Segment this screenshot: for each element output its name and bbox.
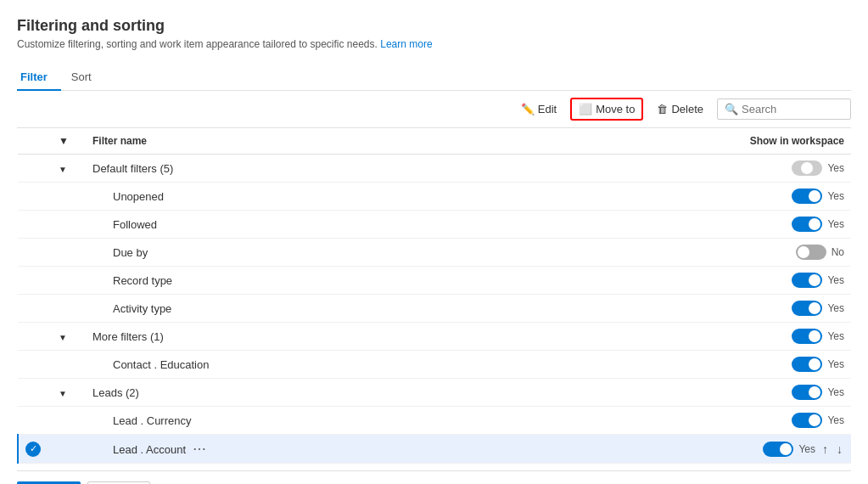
filter-table: ▼ Filter name Show in workspace ▼Default… [17,128,851,464]
edit-button[interactable]: ✏️ Edit [514,99,563,119]
col-chevron: ▼ [52,128,86,155]
row-chevron-cell [52,295,86,323]
row-chevron-cell [52,435,86,464]
more-options-button[interactable]: ⋯ [189,442,210,456]
toggle-switch[interactable] [763,442,793,457]
row-label-cell: Followed [86,211,504,239]
row-label-cell: Record type [86,267,504,295]
row-toggle-cell: Yes [504,183,851,211]
group-chevron-icon[interactable]: ▼ [59,389,67,398]
toggle-switch[interactable] [796,245,826,260]
toggle-label: No [832,246,844,258]
row-toggle-cell: Yes [504,379,851,407]
move-icon: ⬜ [579,103,592,115]
row-check-cell [18,155,52,183]
filter-table-container: ▼ Filter name Show in workspace ▼Default… [17,128,851,464]
group-chevron-icon[interactable]: ▼ [59,165,67,174]
group-chevron-icon[interactable]: ▼ [59,333,67,342]
toggle-switch[interactable] [792,189,822,204]
toggle-switch[interactable] [792,413,822,428]
toggle-label: Yes [798,443,815,455]
table-row[interactable]: ✓Lead . Account ⋯ Yes ↑ ↓ [18,435,851,464]
toggle-container: Yes [511,385,844,400]
toggle-container: Yes [511,273,844,288]
row-label-text: More filters (1) [92,330,164,343]
row-label-cell: Unopened [86,183,504,211]
footer: Publish Cancel [17,470,851,484]
table-row[interactable]: Due by No [18,239,851,267]
row-toggle-cell: Yes [504,323,851,351]
row-check-cell [18,183,52,211]
toggle-label: Yes [827,386,844,398]
row-label-text: Leads (2) [92,386,139,399]
toggle-label: Yes [827,358,844,370]
move-to-button[interactable]: ⬜ Move to [570,98,643,121]
toggle-label: Yes [827,190,844,202]
row-label-text: Default filters (5) [92,162,173,175]
row-label-text: Record type [113,274,172,287]
toggle-container: Yes ↑ ↓ [511,442,844,457]
toggle-label: Yes [827,414,844,426]
row-label-cell: More filters (1) [86,323,504,351]
row-check-cell [18,239,52,267]
row-toggle-cell: Yes [504,295,851,323]
search-box: 🔍 [717,98,851,120]
col-show-workspace: Show in workspace [504,128,851,155]
table-row[interactable]: Contact . Education Yes [18,351,851,379]
toggle-switch[interactable] [792,357,822,372]
toggle-container: Yes [511,217,844,232]
row-chevron-cell [52,267,86,295]
row-check-cell: ✓ [18,435,52,464]
toggle-switch[interactable] [792,329,822,344]
row-label-cell: Contact . Education [86,351,504,379]
learn-more-link[interactable]: Learn more [380,38,432,50]
row-check-cell [18,351,52,379]
move-up-button[interactable]: ↑ [820,442,830,456]
row-toggle-cell: Yes [504,407,851,435]
move-down-button[interactable]: ↓ [835,442,844,456]
row-check-cell [18,323,52,351]
row-chevron-cell [52,407,86,435]
table-row[interactable]: Lead . Currency Yes [18,407,851,435]
tab-sort[interactable]: Sort [68,64,105,90]
toggle-container: Yes [511,189,844,204]
row-label-text: Lead . Currency [113,414,192,427]
toggle-switch[interactable] [792,385,822,400]
row-toggle-cell: Yes ↑ ↓ [504,435,851,464]
sort-chevron-icon[interactable]: ▼ [59,135,69,147]
table-row: ▼Leads (2) Yes [18,379,851,407]
toggle-switch[interactable] [792,273,822,288]
table-row[interactable]: Activity type Yes [18,295,851,323]
row-toggle-cell: Yes [504,211,851,239]
row-chevron-cell [52,239,86,267]
row-label-cell: Default filters (5) [86,155,504,183]
toggle-container: Yes [511,357,844,372]
row-chevron-cell: ▼ [52,379,86,407]
page-title: Filtering and sorting [17,17,851,35]
table-row[interactable]: Followed Yes [18,211,851,239]
delete-button[interactable]: 🗑 Delete [650,99,710,119]
row-label-text: Unopened [113,190,164,203]
toggle-switch[interactable] [792,301,822,316]
toggle-switch[interactable] [792,160,822,176]
toggle-container: Yes [511,329,844,344]
search-input[interactable] [742,103,843,115]
toggle-label: Yes [827,274,844,286]
table-row[interactable]: Record type Yes [18,267,851,295]
row-chevron-cell: ▼ [52,155,86,183]
row-label-text: Contact . Education [113,358,209,371]
row-label-cell: Leads (2) [86,379,504,407]
toggle-container: Yes [511,160,844,176]
tab-filter[interactable]: Filter [17,64,61,90]
delete-icon: 🗑 [657,103,668,115]
table-row[interactable]: Unopened Yes [18,183,851,211]
toggle-container: Yes [511,413,844,428]
row-check-cell [18,295,52,323]
row-check-cell [18,379,52,407]
toggle-label: Yes [827,162,844,174]
toolbar: ✏️ Edit ⬜ Move to 🗑 Delete 🔍 [17,91,851,128]
row-label-cell: Due by [86,239,504,267]
col-filter-name: Filter name [86,128,504,155]
toggle-switch[interactable] [792,217,822,232]
row-label-cell: Lead . Currency [86,407,504,435]
